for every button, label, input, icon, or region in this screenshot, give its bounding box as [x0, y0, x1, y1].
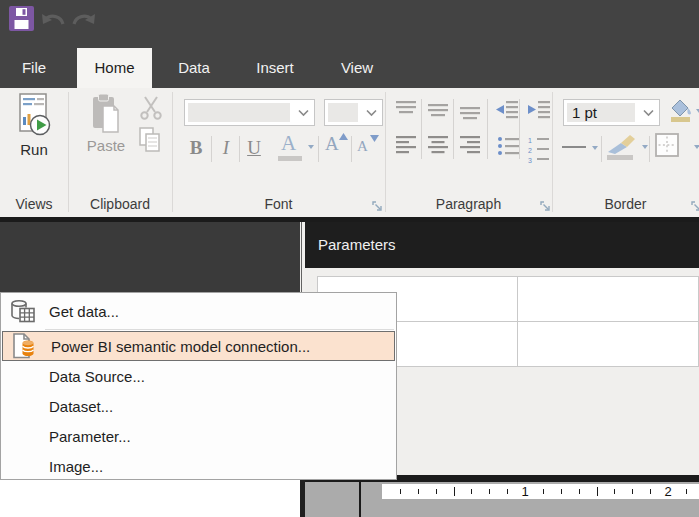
horizontal-ruler: 1 2: [382, 484, 699, 499]
align-middle-icon[interactable]: [426, 98, 450, 122]
tab-data[interactable]: Data: [164, 48, 224, 88]
fill-bucket-icon: [664, 96, 694, 126]
ruler-number: 2: [664, 484, 671, 499]
menu-item-dataset[interactable]: Dataset...: [1, 391, 396, 421]
database-table-icon: [9, 298, 37, 325]
redo-icon[interactable]: [70, 9, 97, 32]
border-color-button[interactable]: [604, 132, 648, 164]
menu-item-label: Power BI semantic model connection...: [51, 338, 310, 355]
bold-button[interactable]: B: [183, 133, 209, 165]
menu-item-powerbi-semantic-model[interactable]: Power BI semantic model connection...: [2, 331, 395, 361]
tab-view[interactable]: View: [328, 48, 386, 88]
font-size-combo[interactable]: [324, 99, 383, 126]
align-top-icon[interactable]: [394, 98, 418, 122]
menu-item-get-data[interactable]: Get data...: [1, 295, 396, 328]
tab-home[interactable]: Home: [77, 48, 152, 88]
powerbi-semantic-model-icon: [11, 333, 39, 360]
numbering-digit: 1: [528, 137, 535, 144]
paragraph-group-label: Paragraph: [385, 196, 552, 214]
report-builder-window: File Home Data Insert View Run Views: [0, 0, 699, 517]
border-dialog-launcher-icon[interactable]: [691, 201, 699, 212]
font-color-dropdown-icon: [308, 145, 314, 149]
shrink-arrow-icon: [370, 135, 379, 142]
increase-indent-icon[interactable]: [526, 98, 552, 122]
design-surface-left-edge: [300, 480, 305, 517]
align-left-icon[interactable]: [394, 134, 418, 158]
underline-button[interactable]: U: [241, 133, 267, 165]
decrease-indent-icon[interactable]: [494, 98, 520, 122]
parameters-title: Parameters: [318, 236, 396, 253]
menu-item-label: Data Source...: [49, 368, 145, 385]
parameter-cell[interactable]: [518, 322, 698, 366]
numbered-list-icon[interactable]: 1 2 3: [528, 134, 554, 158]
grow-arrow-icon: [339, 133, 348, 140]
panel-lower-area: [0, 480, 300, 517]
chevron-down-icon: [643, 109, 654, 116]
border-color-dropdown-icon: [642, 145, 648, 149]
parameter-cell[interactable]: [518, 277, 698, 321]
font-name-combo[interactable]: [184, 99, 315, 126]
menu-item-image[interactable]: Image...: [1, 451, 396, 481]
paste-button[interactable]: Paste: [82, 93, 130, 154]
shrink-font-letter: A: [357, 138, 368, 155]
menu-item-label: Image...: [49, 458, 103, 475]
chevron-down-icon: [298, 109, 309, 116]
run-label: Run: [20, 141, 48, 158]
paragraph-dialog-launcher-icon[interactable]: [540, 201, 551, 212]
ruler-corner-divider: [359, 482, 361, 517]
tab-insert[interactable]: Insert: [244, 48, 306, 88]
numbering-digit: 3: [528, 157, 535, 164]
menu-item-label: Get data...: [49, 303, 119, 320]
menu-item-parameter[interactable]: Parameter...: [1, 421, 396, 451]
border-line-style-button[interactable]: [560, 134, 600, 162]
grow-font-letter: A: [325, 133, 339, 155]
undo-icon[interactable]: [40, 9, 67, 32]
menu-item-label: Parameter...: [49, 428, 131, 445]
border-style-button[interactable]: [654, 132, 698, 164]
line-style-icon: [562, 146, 586, 148]
paste-icon: [91, 93, 121, 135]
border-style-dropdown-icon: [694, 145, 699, 149]
cut-icon[interactable]: [138, 96, 164, 121]
bullet-list-icon[interactable]: [496, 134, 522, 158]
align-bottom-icon[interactable]: [458, 98, 482, 122]
align-center-icon[interactable]: [426, 134, 450, 158]
border-group-label: Border: [552, 196, 699, 214]
chevron-down-icon: [366, 109, 377, 116]
font-dialog-launcher-icon[interactable]: [372, 201, 383, 212]
menu-item-label: Dataset...: [49, 398, 113, 415]
align-right-icon[interactable]: [458, 134, 482, 158]
parameters-header: Parameters: [305, 222, 699, 268]
font-group-label: Font: [172, 196, 385, 214]
paste-label: Paste: [87, 137, 125, 154]
border-width-value: 1 pt: [572, 100, 597, 125]
views-group-label: Views: [0, 196, 68, 214]
font-color-button[interactable]: A: [274, 131, 318, 167]
grow-font-button[interactable]: A: [322, 131, 350, 165]
tab-file[interactable]: File: [8, 48, 60, 88]
line-style-dropdown-icon: [592, 146, 598, 150]
copy-icon[interactable]: [138, 126, 164, 154]
clipboard-group-label: Clipboard: [68, 196, 172, 214]
border-brush-icon: [604, 132, 638, 162]
font-color-letter: A: [281, 131, 296, 156]
ruler-number: 1: [521, 484, 528, 499]
border-box-icon: [654, 132, 681, 159]
fill-color-button[interactable]: [664, 96, 698, 130]
shrink-font-button[interactable]: A: [354, 131, 380, 165]
save-icon[interactable]: [8, 5, 35, 32]
italic-button[interactable]: I: [213, 133, 239, 165]
run-report-icon: [17, 93, 51, 139]
quick-access-toolbar: [0, 0, 699, 40]
menu-item-data-source[interactable]: Data Source...: [1, 361, 396, 391]
new-dropdown-menu: Get data... Power BI semantic model conn…: [0, 292, 397, 480]
menu-separator: [45, 329, 394, 330]
numbering-digit: 2: [528, 147, 535, 154]
run-button[interactable]: Run: [8, 93, 60, 158]
border-width-combo[interactable]: 1 pt: [563, 99, 660, 126]
